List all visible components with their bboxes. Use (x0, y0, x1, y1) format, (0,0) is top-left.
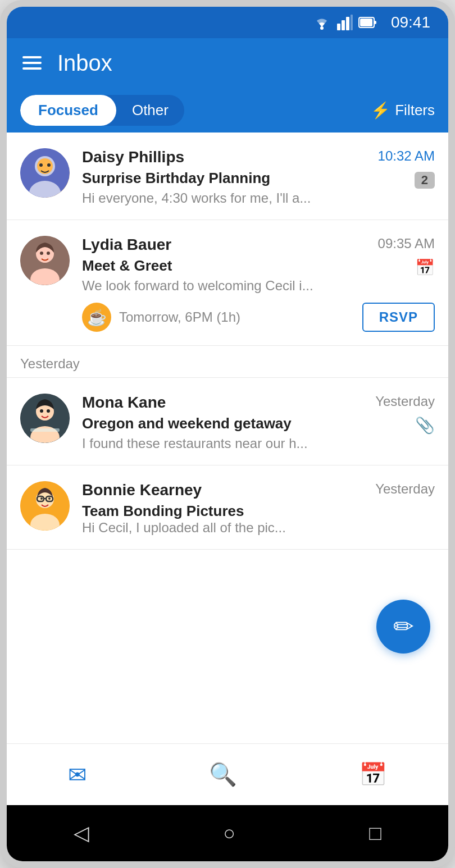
sender-daisy: Daisy Phillips (82, 148, 184, 166)
email-item-lydia[interactable]: Lydia Bauer 09:35 AM Meet & Greet 📅 We l… (7, 220, 448, 346)
svg-point-22 (40, 409, 43, 413)
filters-label: Filters (395, 102, 435, 119)
email-header-bonnie: Bonnie Kearney Yesterday (82, 481, 435, 499)
svg-rect-4 (351, 15, 353, 30)
subject-row-daisy: Surprise Birthday Planning 2 (82, 170, 435, 190)
time-mona: Yesterday (375, 394, 435, 409)
svg-point-31 (40, 497, 43, 500)
signal-icon (337, 15, 353, 30)
mail-icon: ✉ (68, 762, 87, 788)
preview-daisy: Hi everyone, 4:30 works for me, I'll a..… (82, 190, 318, 206)
wifi-icon (312, 15, 331, 30)
svg-point-23 (47, 409, 50, 413)
svg-rect-3 (346, 17, 349, 30)
sender-bonnie: Bonnie Kearney (82, 481, 202, 499)
subject-lydia: Meet & Greet (82, 257, 172, 275)
tab-other[interactable]: Other (116, 95, 184, 126)
preview-bonnie: Hi Cecil, I uploaded all of the pic... (82, 520, 318, 536)
bolt-icon: ⚡ (371, 101, 390, 120)
avatar-mona (20, 394, 70, 443)
tab-group: Focused Other (20, 95, 184, 126)
battery-icon (358, 16, 377, 29)
email-content-daisy: Daisy Phillips 10:32 AM Surprise Birthda… (82, 148, 435, 206)
subject-row-lydia: Meet & Greet 📅 (82, 257, 435, 278)
section-label-yesterday: Yesterday (7, 346, 448, 378)
nav-search[interactable]: 🔍 (192, 756, 254, 793)
subject-mona: Oregon and weekend getaway (82, 415, 292, 432)
time-lydia: 09:35 AM (378, 236, 435, 252)
email-content-lydia: Lydia Bauer 09:35 AM Meet & Greet 📅 We l… (82, 236, 435, 294)
coffee-icon: ☕ (82, 303, 111, 332)
sender-mona: Mona Kane (82, 394, 166, 412)
home-button[interactable]: ○ (223, 821, 235, 845)
back-button[interactable]: ◁ (74, 821, 89, 845)
svg-point-18 (47, 252, 50, 255)
svg-point-13 (47, 163, 51, 167)
sender-lydia: Lydia Bauer (82, 236, 171, 254)
badge-daisy: 2 (415, 172, 435, 189)
time-daisy: 10:32 AM (378, 148, 435, 164)
svg-point-12 (39, 163, 43, 167)
subject-row-mona: Oregon and weekend getaway 📎 (82, 415, 435, 436)
subject-daisy: Surprise Birthday Planning (82, 170, 270, 187)
email-content-mona: Mona Kane Yesterday Oregon and weekend g… (82, 394, 435, 451)
status-bar: 09:41 (7, 7, 448, 38)
compose-fab-button[interactable]: ✏ (376, 600, 430, 654)
preview-mona: I found these restaurants near our h... (82, 436, 318, 451)
avatar-bonnie (20, 481, 70, 531)
phone-frame: 09:41 Inbox Focused Other ⚡ Filters (0, 0, 455, 868)
svg-rect-24 (30, 428, 60, 432)
email-header-lydia: Lydia Bauer 09:35 AM (82, 236, 435, 254)
status-icons: 09:41 (312, 13, 430, 31)
calendar-nav-icon: 📅 (359, 761, 387, 788)
hamburger-menu-button[interactable] (22, 56, 42, 70)
svg-point-0 (320, 26, 324, 30)
time-bonnie: Yesterday (375, 481, 435, 497)
svg-rect-6 (360, 19, 372, 26)
toolbar: Inbox (7, 38, 448, 88)
email-list: Daisy Phillips 10:32 AM Surprise Birthda… (7, 133, 448, 743)
compose-icon: ✏ (393, 614, 414, 639)
email-item-daisy[interactable]: Daisy Phillips 10:32 AM Surprise Birthda… (7, 133, 448, 220)
status-time: 09:41 (391, 13, 430, 31)
svg-point-17 (40, 252, 43, 255)
system-nav: ◁ ○ □ (7, 805, 448, 861)
filters-button[interactable]: ⚡ Filters (371, 101, 435, 120)
svg-point-32 (48, 497, 51, 500)
avatar-daisy (20, 148, 70, 198)
email-item-bonnie[interactable]: Bonnie Kearney Yesterday Team Bonding Pi… (7, 465, 448, 550)
svg-rect-7 (374, 21, 376, 24)
attachment-icon-mona: 📎 (415, 416, 435, 435)
tab-bar: Focused Other ⚡ Filters (7, 88, 448, 133)
toolbar-title: Inbox (57, 51, 112, 76)
email-header-daisy: Daisy Phillips 10:32 AM (82, 148, 435, 166)
svg-rect-2 (342, 20, 345, 30)
bottom-nav: ✉ 🔍 📅 (7, 743, 448, 805)
email-content-bonnie: Bonnie Kearney Yesterday Team Bonding Pi… (82, 481, 435, 536)
event-row-lydia: ☕ Tomorrow, 6PM (1h) RSVP (20, 303, 435, 332)
recent-button[interactable]: □ (369, 821, 381, 845)
svg-rect-1 (337, 24, 340, 30)
avatar-lydia (20, 236, 70, 285)
subject-bonnie: Team Bonding Pictures (82, 502, 244, 519)
calendar-icon-lydia: 📅 (415, 258, 435, 277)
email-item-mona[interactable]: Mona Kane Yesterday Oregon and weekend g… (7, 378, 448, 465)
search-icon: 🔍 (209, 761, 237, 788)
rsvp-button[interactable]: RSVP (362, 303, 435, 332)
email-header-mona: Mona Kane Yesterday (82, 394, 435, 412)
nav-calendar[interactable]: 📅 (342, 756, 404, 793)
preview-lydia: We look forward to welcoming Cecil i... (82, 278, 318, 294)
nav-mail[interactable]: ✉ (51, 756, 104, 793)
tab-focused[interactable]: Focused (20, 95, 116, 126)
event-time-lydia: Tomorrow, 6PM (1h) (119, 309, 354, 325)
svg-point-11 (37, 158, 53, 174)
